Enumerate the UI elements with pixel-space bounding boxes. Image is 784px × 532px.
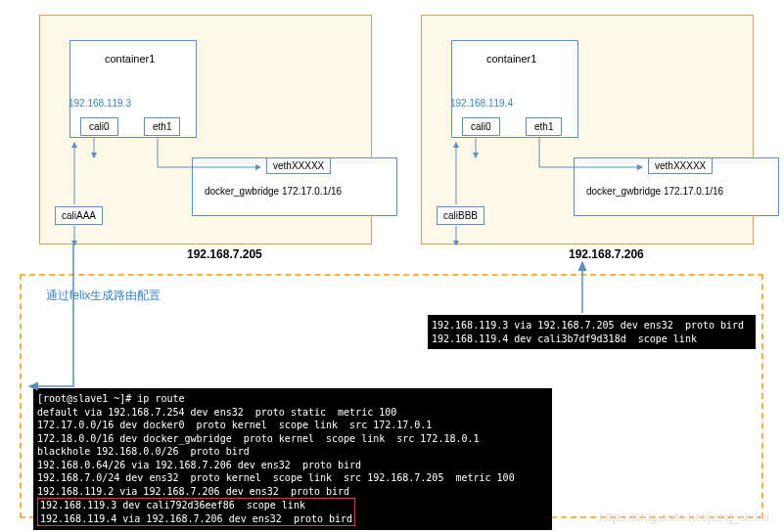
cali-host-iface: caliBBB (437, 206, 484, 225)
route-line: 192.168.119.4 via 192.168.7.206 dev ens3… (40, 513, 352, 524)
cali0-iface: cali0 (462, 117, 500, 136)
route-line: 192.168.119.2 via 192.168.7.206 dev ens3… (37, 486, 349, 497)
terminal-slave1: [root@slave1 ~]# ip route default via 19… (33, 388, 552, 530)
terminal-slave2: 192.168.119.3 via 192.168.7.205 dev ens3… (428, 315, 756, 349)
prompt-line: [root@slave1 ~]# ip route (37, 393, 185, 404)
eth1-iface: eth1 (144, 117, 180, 136)
bridge-label: docker_gwbridge 172.17.0.1/16 (205, 186, 342, 197)
host-1: container1 192.168.119.3 cali0 eth1 cali… (39, 15, 372, 244)
bridge-label: docker_gwbridge 172.17.0.1/16 (586, 186, 723, 197)
docker-bridge: vethXXXXX docker_gwbridge 172.17.0.1/16 (192, 157, 397, 216)
host-2: container1 192.168.119.4 cali0 eth1 cali… (421, 15, 754, 244)
route-line: 172.18.0.0/16 dev docker_gwbridge proto … (37, 433, 480, 444)
container-2: container1 192.168.119.4 cali0 eth1 (451, 40, 578, 138)
route-line: 192.168.119.3 via 192.168.7.205 dev ens3… (432, 320, 744, 331)
route-line: 192.168.0.64/26 via 192.168.7.206 dev en… (37, 460, 361, 470)
container-label: container1 (105, 53, 155, 65)
routing-config-box: 通过felix生成路由配置 192.168.119.3 via 192.168.… (20, 274, 763, 518)
felix-label: 通过felix生成路由配置 (46, 288, 161, 304)
cali-host-iface: caliAAA (55, 206, 103, 225)
veth-iface: vethXXXXX (648, 157, 713, 174)
route-line: 192.168.7.0/24 dev ens32 proto kernel sc… (37, 472, 515, 483)
watermark: https://blog.csdn.net/jiang_shikui (600, 510, 769, 524)
route-line: 192.168.119.3 dev cali792d36eef86 scope … (40, 500, 305, 510)
route-line: blackhole 192.168.0.0/26 proto bird (37, 446, 250, 457)
container-1: container1 192.168.119.3 cali0 eth1 (69, 40, 197, 138)
route-line: default via 192.168.7.254 dev ens32 prot… (37, 407, 396, 418)
cali0-iface: cali0 (80, 117, 118, 136)
route-line: 172.17.0.0/16 dev docker0 proto kernel s… (37, 420, 432, 430)
host-ip: 192.168.7.206 (569, 247, 644, 261)
eth1-iface: eth1 (526, 117, 562, 136)
veth-iface: vethXXXXX (266, 157, 331, 174)
container-label: container1 (486, 53, 536, 65)
host-ip: 192.168.7.205 (187, 247, 262, 261)
highlighted-routes: 192.168.119.3 dev cali792d36eef86 scope … (37, 498, 355, 526)
route-line: 192.168.119.4 dev cali3b7df9d318d scope … (432, 333, 697, 344)
container-ip: 192.168.119.3 (69, 98, 131, 109)
container-ip: 192.168.119.4 (450, 98, 513, 109)
docker-bridge: vethXXXXX docker_gwbridge 172.17.0.1/16 (574, 157, 779, 216)
